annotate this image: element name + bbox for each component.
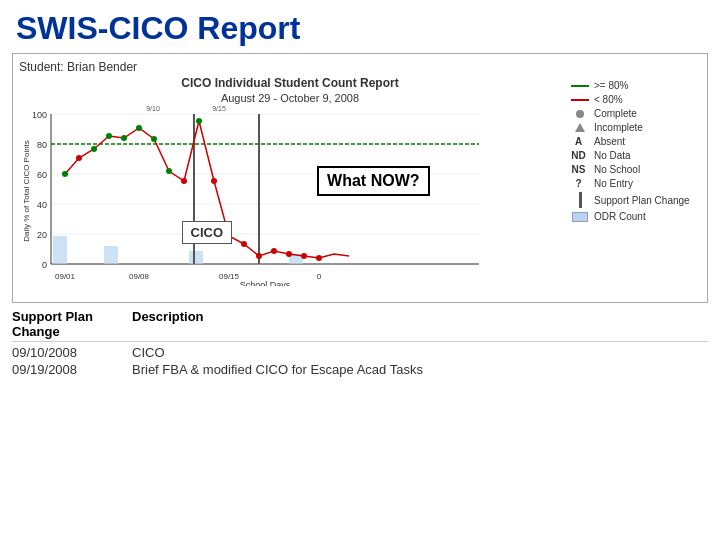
- svg-text:School Days: School Days: [240, 280, 291, 286]
- legend-symbol-complete: [569, 110, 591, 118]
- svg-text:80: 80: [37, 140, 47, 150]
- svg-text:60: 60: [37, 170, 47, 180]
- header-desc: Description: [132, 309, 708, 339]
- legend-area: >= 80% < 80% Complete Incomplete A Absen…: [561, 76, 701, 296]
- svg-text:9/15: 9/15: [212, 106, 226, 112]
- support-plan-row-2: 09/19/2008 Brief FBA & modified CICO for…: [12, 361, 708, 378]
- legend-item-noentry: ? No Entry: [569, 178, 697, 189]
- row-date-2: 09/19/2008: [12, 362, 132, 377]
- report-box: Student: Brian Bender CICO Individual St…: [12, 53, 708, 303]
- svg-text:09/01: 09/01: [55, 272, 76, 281]
- svg-point-46: [316, 255, 322, 261]
- legend-symbol-odr: [569, 212, 591, 222]
- legend-text-noschool: No School: [594, 164, 640, 175]
- svg-text:9/10: 9/10: [146, 106, 160, 112]
- svg-text:09/15: 09/15: [219, 272, 240, 281]
- svg-point-30: [76, 155, 82, 161]
- legend-symbol-absent: A: [569, 136, 591, 147]
- svg-point-43: [271, 248, 277, 254]
- header-date: Support Plan Change: [12, 309, 132, 339]
- chart-and-legend: CICO Individual Student Count Report Aug…: [19, 76, 701, 296]
- legend-item-lt80: < 80%: [569, 94, 697, 105]
- svg-point-41: [241, 241, 247, 247]
- legend-item-complete: Complete: [569, 108, 697, 119]
- chart-subtitle: August 29 - October 9, 2008: [19, 92, 561, 104]
- legend-symbol-spc: [569, 192, 591, 208]
- main-content: Student: Brian Bender CICO Individual St…: [0, 53, 720, 378]
- student-label: Student: Brian Bender: [19, 60, 701, 74]
- cico-label: CICO: [182, 221, 233, 244]
- legend-text-nodata: No Data: [594, 150, 631, 161]
- chart-svg: 100 80 60 40 20 0 Daily % of Total CICO …: [19, 106, 509, 286]
- legend-text-ge80: >= 80%: [594, 80, 628, 91]
- legend-symbol-noschool: NS: [569, 164, 591, 175]
- legend-item-nodata: ND No Data: [569, 150, 697, 161]
- legend-symbol-lt80: [569, 99, 591, 101]
- svg-rect-18: [189, 251, 203, 264]
- svg-point-36: [166, 168, 172, 174]
- svg-text:0: 0: [317, 272, 322, 281]
- legend-symbol-noentry: ?: [569, 178, 591, 189]
- svg-text:09/08: 09/08: [129, 272, 150, 281]
- legend-item-noschool: NS No School: [569, 164, 697, 175]
- legend-text-absent: Absent: [594, 136, 625, 147]
- legend-item-spc: Support Plan Change: [569, 192, 697, 208]
- svg-point-34: [136, 125, 142, 131]
- legend-text-incomplete: Incomplete: [594, 122, 643, 133]
- svg-point-29: [62, 171, 68, 177]
- support-plan-table: Support Plan Change Description 09/10/20…: [12, 309, 708, 378]
- svg-point-35: [151, 136, 157, 142]
- svg-text:0: 0: [42, 260, 47, 270]
- legend-text-lt80: < 80%: [594, 94, 623, 105]
- legend-text-complete: Complete: [594, 108, 637, 119]
- svg-point-38: [196, 118, 202, 124]
- legend-item-odr: ODR Count: [569, 211, 697, 222]
- svg-point-32: [106, 133, 112, 139]
- chart-title: CICO Individual Student Count Report: [19, 76, 561, 92]
- legend-text-odr: ODR Count: [594, 211, 646, 222]
- svg-point-42: [256, 253, 262, 259]
- svg-point-31: [91, 146, 97, 152]
- legend-item-absent: A Absent: [569, 136, 697, 147]
- row-date-1: 09/10/2008: [12, 345, 132, 360]
- chart-svg-container: 100 80 60 40 20 0 Daily % of Total CICO …: [19, 106, 561, 290]
- row-desc-1: CICO: [132, 345, 708, 360]
- legend-symbol-ge80: [569, 85, 591, 87]
- svg-text:100: 100: [32, 110, 47, 120]
- row-desc-2: Brief FBA & modified CICO for Escape Aca…: [132, 362, 708, 377]
- svg-point-33: [121, 135, 127, 141]
- svg-rect-16: [53, 236, 67, 264]
- legend-symbol-nodata: ND: [569, 150, 591, 161]
- legend-symbol-incomplete: [569, 123, 591, 132]
- support-plan-header: Support Plan Change Description: [12, 309, 708, 342]
- chart-area: CICO Individual Student Count Report Aug…: [19, 76, 561, 296]
- page-title: SWIS-CICO Report: [0, 0, 720, 53]
- svg-text:Daily % of Total CICO Points: Daily % of Total CICO Points: [22, 140, 31, 242]
- svg-rect-17: [104, 246, 118, 264]
- legend-item-ge80: >= 80%: [569, 80, 697, 91]
- legend-text-noentry: No Entry: [594, 178, 633, 189]
- svg-point-45: [301, 253, 307, 259]
- legend-text-spc: Support Plan Change: [594, 195, 690, 206]
- legend-item-incomplete: Incomplete: [569, 122, 697, 133]
- svg-point-37: [181, 178, 187, 184]
- support-plan-row-1: 09/10/2008 CICO: [12, 344, 708, 361]
- svg-text:40: 40: [37, 200, 47, 210]
- svg-text:20: 20: [37, 230, 47, 240]
- svg-point-39: [211, 178, 217, 184]
- svg-point-44: [286, 251, 292, 257]
